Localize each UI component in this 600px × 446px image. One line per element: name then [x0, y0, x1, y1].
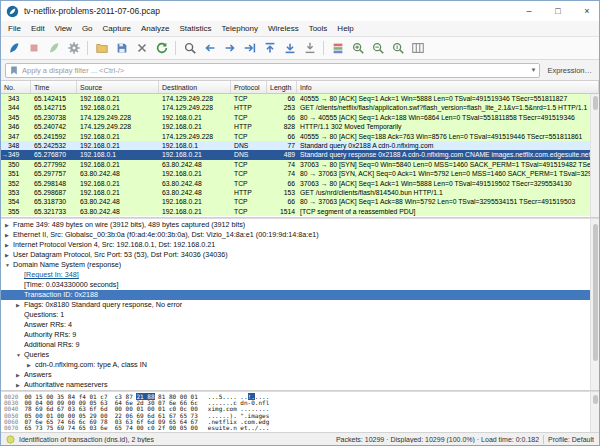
- detail-line-16[interactable]: ▶Authoritative nameservers: [1, 380, 590, 390]
- detail-line-9[interactable]: Questions: 1: [1, 310, 590, 320]
- packet-row-348[interactable]: 34865.242532192.168.0.21192.168.0.1DNS77…: [1, 141, 590, 150]
- bytes-scrollbar-thumb[interactable]: [593, 395, 598, 404]
- packet-cell-no: →349: [1, 150, 31, 159]
- zoom-in-icon[interactable]: [348, 39, 367, 58]
- packet-list-scrollbar-thumb[interactable]: [593, 96, 598, 110]
- column-header-no[interactable]: No.: [1, 81, 31, 93]
- go-first-packet-icon[interactable]: [260, 39, 279, 58]
- expand-icon[interactable]: ▶: [16, 380, 24, 390]
- packet-row-353[interactable]: 35365.298687192.168.0.2163.80.242.48HTTP…: [1, 188, 590, 197]
- zoom-original-icon[interactable]: [388, 39, 407, 58]
- detail-line-1[interactable]: ▶Ethernet II, Src: Globalsc_00:3b:0a (f0…: [1, 230, 590, 240]
- menu-item-go[interactable]: Go: [77, 21, 98, 36]
- filter-bookmark-icon[interactable]: [9, 65, 19, 76]
- hex-row-0070[interactable]: 007065 73 75 69 74 65 03 6e 65 74 00 c0 …: [1, 425, 599, 431]
- filter-history-dropdown-icon[interactable]: ▼: [530, 67, 536, 73]
- expand-icon[interactable]: ▶: [5, 230, 13, 240]
- packet-row-351[interactable]: 35165.29775763.80.242.48192.168.0.21TCP7…: [1, 169, 590, 178]
- auto-scroll-icon[interactable]: [300, 39, 319, 58]
- menu-item-capture[interactable]: Capture: [98, 21, 136, 36]
- start-capture-icon[interactable]: [4, 39, 23, 58]
- menu-item-edit[interactable]: Edit: [26, 21, 50, 36]
- save-file-icon[interactable]: [112, 39, 131, 58]
- packet-row-349[interactable]: →34965.276870192.168.0.1192.168.0.21DNS4…: [1, 150, 590, 159]
- resize-columns-icon[interactable]: [408, 39, 427, 58]
- go-last-packet-icon[interactable]: [280, 39, 299, 58]
- detail-line-2[interactable]: ▶Internet Protocol Version 4, Src: 192.1…: [1, 240, 590, 250]
- detail-line-6[interactable]: [Time: 0.034330000 seconds]: [1, 280, 590, 290]
- menu-item-statistics[interactable]: Statistics: [175, 21, 217, 36]
- expand-icon[interactable]: ▶: [16, 370, 24, 380]
- column-header-info[interactable]: Info: [297, 81, 599, 93]
- packet-row-345[interactable]: 34565.230738174.129.249.228192.168.0.21T…: [1, 113, 590, 122]
- details-scrollbar[interactable]: [590, 219, 599, 390]
- packet-list-scrollbar[interactable]: [590, 94, 599, 217]
- detail-line-10[interactable]: Answer RRs: 4: [1, 320, 590, 330]
- column-header-source[interactable]: Source: [77, 81, 159, 93]
- expand-icon[interactable]: ▶: [5, 220, 13, 230]
- column-header-time[interactable]: Time: [31, 81, 77, 93]
- packet-row-352[interactable]: 35265.298148192.168.0.2163.80.242.48TCP6…: [1, 179, 590, 188]
- go-back-icon[interactable]: [200, 39, 219, 58]
- packet-cell-time: 65.242532: [31, 141, 77, 150]
- packet-row-355[interactable]: 35565.32173363.80.242.48192.168.0.21TCP1…: [1, 207, 590, 216]
- packet-row-346[interactable]: 34665.240742174.129.249.228192.168.0.21H…: [1, 122, 590, 131]
- open-file-icon[interactable]: [92, 39, 111, 58]
- go-to-packet-icon[interactable]: [240, 39, 259, 58]
- maximize-button[interactable]: □: [546, 1, 570, 21]
- close-button[interactable]: ×: [575, 1, 599, 21]
- colorize-icon[interactable]: [328, 39, 347, 58]
- restart-capture-icon[interactable]: [44, 39, 63, 58]
- packet-row-347[interactable]: 34765.241592192.168.0.21174.129.249.228T…: [1, 132, 590, 141]
- bytes-scrollbar[interactable]: [590, 392, 599, 432]
- column-header-protocol[interactable]: Protocol: [231, 81, 267, 93]
- stop-capture-icon[interactable]: [24, 39, 43, 58]
- packet-row-354[interactable]: 35465.31873063.80.242.48192.168.0.21TCP6…: [1, 197, 590, 206]
- reload-file-icon[interactable]: [152, 39, 171, 58]
- close-file-icon[interactable]: [132, 39, 151, 58]
- expand-icon[interactable]: ▶: [16, 300, 24, 310]
- collapse-icon[interactable]: ▼: [5, 260, 13, 270]
- menu-item-file[interactable]: File: [3, 21, 26, 36]
- detail-line-14[interactable]: ▶cdn-0.nflximg.com: type A, class IN: [1, 360, 590, 370]
- detail-line-11[interactable]: Authority RRs: 9: [1, 330, 590, 340]
- column-header-destination[interactable]: Destination: [159, 81, 231, 93]
- menu-item-view[interactable]: View: [50, 21, 77, 36]
- menu-item-wireless[interactable]: Wireless: [263, 21, 304, 36]
- minimize-button[interactable]: –: [517, 1, 541, 21]
- packet-cell-length: 66: [267, 94, 297, 103]
- packet-row-344[interactable]: 34465.142715192.168.0.21174.129.249.228H…: [1, 103, 590, 112]
- detail-line-7[interactable]: Transaction ID: 0x2188: [1, 290, 590, 300]
- detail-line-0[interactable]: ▶Frame 349: 489 bytes on wire (3912 bits…: [1, 220, 590, 230]
- detail-line-8[interactable]: ▶Flags: 0x8180 Standard query response, …: [1, 300, 590, 310]
- details-scrollbar-thumb[interactable]: [593, 224, 598, 361]
- menu-item-help[interactable]: Help: [332, 21, 358, 36]
- expert-info-icon[interactable]: [6, 435, 15, 444]
- detail-line-4[interactable]: ▼Domain Name System (response): [1, 260, 590, 270]
- profile-button[interactable]: Profile: Default: [548, 436, 594, 443]
- find-packet-icon[interactable]: [180, 39, 199, 58]
- packet-row-343[interactable]: 34365.142415192.168.0.21174.129.249.228T…: [1, 94, 590, 103]
- go-forward-icon[interactable]: [220, 39, 239, 58]
- menu-item-telephony[interactable]: Telephony: [217, 21, 263, 36]
- display-filter-input[interactable]: Apply a display filter ... <Ctrl-/> ▼: [5, 63, 540, 78]
- collapse-icon[interactable]: ▼: [16, 350, 24, 360]
- detail-line-15[interactable]: ▶Answers: [1, 370, 590, 380]
- packet-row-350[interactable]: 35065.277992192.168.0.2163.80.242.48TCP7…: [1, 160, 590, 169]
- column-header-length[interactable]: Length: [267, 81, 297, 93]
- detail-line-5[interactable]: [Request In: 348]: [1, 270, 590, 280]
- detail-line-12[interactable]: Additional RRs: 9: [1, 340, 590, 350]
- menu-item-tools[interactable]: Tools: [304, 21, 333, 36]
- zoom-out-icon[interactable]: [368, 39, 387, 58]
- packet-cell-source: 192.168.0.1: [77, 150, 159, 159]
- expression-button[interactable]: Expression…: [544, 66, 595, 75]
- packet-cell-no: 350: [1, 160, 31, 169]
- menu-item-analyze[interactable]: Analyze: [136, 21, 174, 36]
- detail-line-13[interactable]: ▼Queries: [1, 350, 590, 360]
- detail-line-3[interactable]: ▶User Datagram Protocol, Src Port: 53 (5…: [1, 250, 590, 260]
- expand-icon[interactable]: ▶: [5, 250, 13, 260]
- expand-icon[interactable]: ▶: [5, 240, 13, 250]
- packet-cell-info: 80 → 37063 [SYN, ACK] Seq=0 Ack=1 Win=57…: [297, 169, 590, 178]
- capture-options-icon[interactable]: [64, 39, 83, 58]
- expand-icon[interactable]: ▶: [27, 360, 35, 370]
